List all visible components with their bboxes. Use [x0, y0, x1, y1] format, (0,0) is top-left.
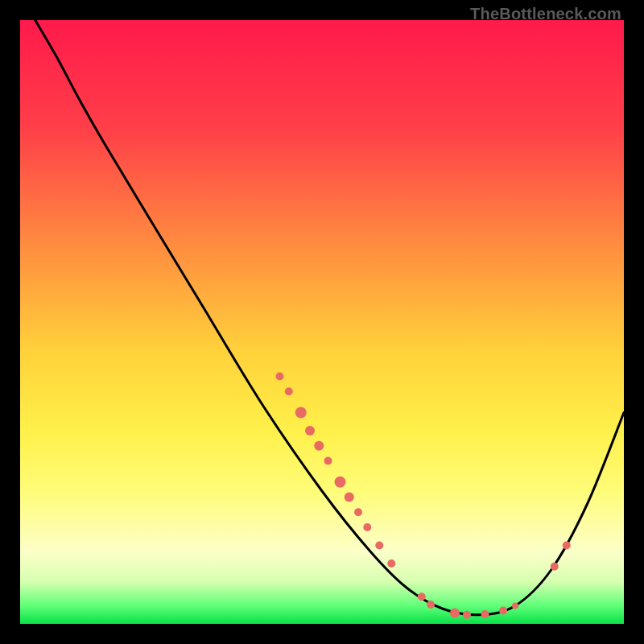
data-marker — [335, 477, 346, 488]
data-marker — [295, 407, 307, 419]
chart-svg — [20, 20, 624, 624]
data-marker — [285, 387, 293, 395]
data-marker — [450, 609, 460, 618]
data-marker — [375, 542, 383, 550]
data-marker — [418, 592, 426, 601]
data-marker — [463, 611, 471, 619]
watermark-label: TheBottleneck.com — [470, 5, 621, 23]
data-marker — [305, 426, 315, 436]
data-marker — [427, 601, 435, 609]
data-marker — [276, 373, 284, 381]
bottleneck-chart — [20, 20, 624, 624]
data-marker — [324, 457, 332, 465]
data-marker — [563, 542, 571, 550]
data-marker — [512, 603, 518, 609]
data-marker — [354, 508, 362, 516]
data-marker — [387, 559, 395, 568]
data-marker — [481, 610, 489, 618]
data-marker — [363, 523, 371, 531]
chart-background — [20, 20, 624, 624]
data-marker — [345, 493, 354, 502]
data-marker — [551, 563, 559, 571]
data-marker — [314, 441, 324, 451]
data-marker — [499, 607, 507, 615]
